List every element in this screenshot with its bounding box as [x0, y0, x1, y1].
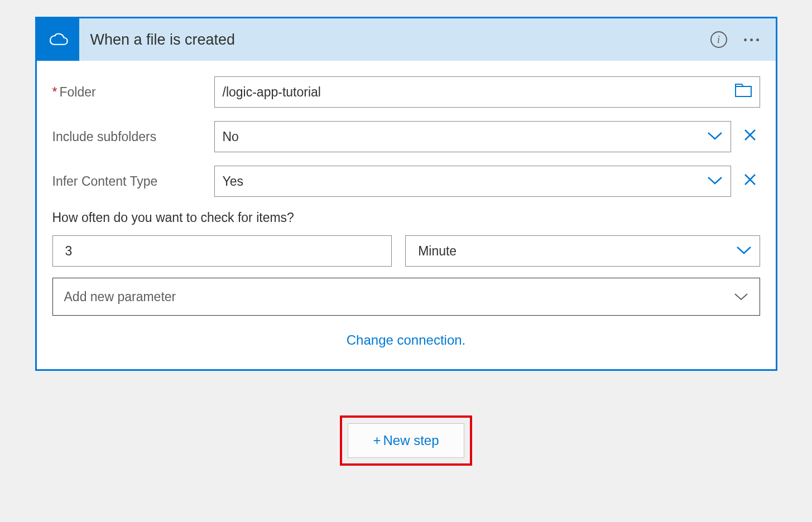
change-connection-row: Change connection.	[52, 332, 760, 348]
polling-unit-select[interactable]: Minute	[405, 235, 760, 267]
change-connection-link[interactable]: Change connection.	[347, 332, 466, 347]
remove-infer-content-type-button[interactable]	[740, 173, 760, 190]
add-parameter-select[interactable]: Add new parameter	[52, 278, 760, 316]
svg-rect-0	[736, 86, 751, 96]
polling-label: How often do you want to check for items…	[52, 210, 760, 225]
trigger-title: When a file is created	[79, 31, 710, 49]
new-step-highlight: + New step	[340, 415, 472, 466]
folder-input[interactable]: /logic-app-tutorial	[214, 76, 760, 108]
onedrive-icon	[37, 18, 79, 61]
remove-include-subfolders-button[interactable]	[740, 128, 760, 145]
chevron-down-icon	[707, 174, 723, 188]
chevron-down-icon	[734, 289, 748, 304]
trigger-header[interactable]: When a file is created i	[37, 18, 776, 61]
folder-picker-icon[interactable]	[735, 84, 752, 100]
include-subfolders-select[interactable]: No	[214, 121, 731, 152]
folder-label: *Folder	[52, 85, 214, 100]
infer-content-type-row: Infer Content Type Yes	[52, 166, 760, 197]
include-subfolders-row: Include subfolders No	[52, 121, 760, 152]
polling-row: 3 Minute	[52, 235, 760, 267]
plus-icon: +	[373, 433, 381, 448]
info-icon[interactable]: i	[710, 31, 727, 48]
chevron-down-icon	[736, 244, 752, 258]
required-star: *	[52, 85, 57, 99]
infer-content-type-label: Infer Content Type	[52, 174, 214, 189]
new-step-button[interactable]: + New step	[348, 423, 464, 458]
new-step-container: + New step	[35, 415, 777, 466]
polling-interval-input[interactable]: 3	[52, 235, 392, 267]
chevron-down-icon	[707, 129, 723, 144]
more-icon[interactable]	[744, 38, 759, 41]
include-subfolders-label: Include subfolders	[52, 129, 214, 144]
folder-row: *Folder /logic-app-tutorial	[52, 76, 760, 108]
trigger-body: *Folder /logic-app-tutorial Include subf…	[37, 61, 776, 369]
infer-content-type-select[interactable]: Yes	[214, 166, 731, 197]
header-actions: i	[710, 31, 776, 48]
trigger-card: When a file is created i *Folder /logic-…	[35, 17, 777, 371]
